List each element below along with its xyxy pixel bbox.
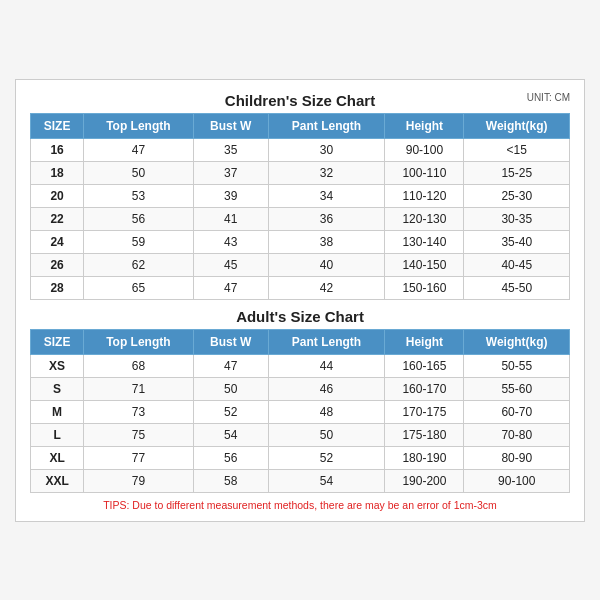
table-cell: 68 [84, 354, 193, 377]
table-cell: 60-70 [464, 400, 570, 423]
table-cell: 54 [268, 469, 385, 492]
table-row: 22564136120-13030-35 [31, 207, 570, 230]
children-title-text: Children's Size Chart [225, 92, 375, 109]
table-row: XL775652180-19080-90 [31, 446, 570, 469]
table-row: M735248170-17560-70 [31, 400, 570, 423]
table-cell: 47 [193, 354, 268, 377]
table-row: 18503732100-11015-25 [31, 161, 570, 184]
adults-col-top-length: Top Length [84, 329, 193, 354]
children-col-pant-length: Pant Length [268, 113, 385, 138]
section-gap [30, 300, 570, 308]
table-cell: 20 [31, 184, 84, 207]
adults-title: Adult's Size Chart [30, 308, 570, 325]
table-row: S715046160-17055-60 [31, 377, 570, 400]
table-cell: 120-130 [385, 207, 464, 230]
table-row: 1647353090-100<15 [31, 138, 570, 161]
table-cell: 50 [193, 377, 268, 400]
table-row: 20533934110-12025-30 [31, 184, 570, 207]
table-cell: 40 [268, 253, 385, 276]
table-cell: 59 [84, 230, 193, 253]
table-row: XS684744160-16550-55 [31, 354, 570, 377]
adults-col-bust-w: Bust W [193, 329, 268, 354]
table-cell: 36 [268, 207, 385, 230]
table-cell: 175-180 [385, 423, 464, 446]
table-cell: 22 [31, 207, 84, 230]
table-row: 28654742150-16045-50 [31, 276, 570, 299]
table-cell: 140-150 [385, 253, 464, 276]
table-cell: 56 [193, 446, 268, 469]
table-cell: 53 [84, 184, 193, 207]
table-cell: 170-175 [385, 400, 464, 423]
table-cell: 62 [84, 253, 193, 276]
adults-title-text: Adult's Size Chart [236, 308, 364, 325]
children-col-height: Height [385, 113, 464, 138]
table-cell: 54 [193, 423, 268, 446]
children-col-bust-w: Bust W [193, 113, 268, 138]
table-cell: 24 [31, 230, 84, 253]
chart-container: Children's Size Chart UNIT: CM SIZE Top … [15, 79, 585, 522]
table-cell: 160-165 [385, 354, 464, 377]
table-row: L755450175-18070-80 [31, 423, 570, 446]
table-cell: 38 [268, 230, 385, 253]
table-cell: 73 [84, 400, 193, 423]
table-cell: 35 [193, 138, 268, 161]
table-cell: 47 [84, 138, 193, 161]
table-row: XXL795854190-20090-100 [31, 469, 570, 492]
table-cell: 65 [84, 276, 193, 299]
table-row: 26624540140-15040-45 [31, 253, 570, 276]
table-cell: 45 [193, 253, 268, 276]
table-cell: 15-25 [464, 161, 570, 184]
table-cell: XXL [31, 469, 84, 492]
adults-col-pant-length: Pant Length [268, 329, 385, 354]
table-cell: 90-100 [464, 469, 570, 492]
table-cell: 50-55 [464, 354, 570, 377]
adults-header-row: SIZE Top Length Bust W Pant Length Heigh… [31, 329, 570, 354]
table-cell: 26 [31, 253, 84, 276]
table-cell: 110-120 [385, 184, 464, 207]
unit-label: UNIT: CM [527, 92, 570, 103]
table-cell: 190-200 [385, 469, 464, 492]
table-cell: 40-45 [464, 253, 570, 276]
children-title: Children's Size Chart UNIT: CM [30, 92, 570, 109]
table-cell: 55-60 [464, 377, 570, 400]
table-cell: 44 [268, 354, 385, 377]
table-cell: XS [31, 354, 84, 377]
adults-table: SIZE Top Length Bust W Pant Length Heigh… [30, 329, 570, 493]
tips-text: TIPS: Due to different measurement metho… [30, 499, 570, 511]
table-cell: 30-35 [464, 207, 570, 230]
table-cell: 46 [268, 377, 385, 400]
table-cell: 180-190 [385, 446, 464, 469]
table-cell: 71 [84, 377, 193, 400]
table-cell: 52 [193, 400, 268, 423]
table-cell: 45-50 [464, 276, 570, 299]
table-row: 24594338130-14035-40 [31, 230, 570, 253]
table-cell: 32 [268, 161, 385, 184]
table-cell: 77 [84, 446, 193, 469]
table-cell: 79 [84, 469, 193, 492]
table-cell: 42 [268, 276, 385, 299]
children-col-size: SIZE [31, 113, 84, 138]
table-cell: S [31, 377, 84, 400]
table-cell: 90-100 [385, 138, 464, 161]
table-cell: 16 [31, 138, 84, 161]
table-cell: 75 [84, 423, 193, 446]
table-cell: 18 [31, 161, 84, 184]
children-col-top-length: Top Length [84, 113, 193, 138]
table-cell: 34 [268, 184, 385, 207]
table-cell: 28 [31, 276, 84, 299]
table-cell: 30 [268, 138, 385, 161]
table-cell: 37 [193, 161, 268, 184]
table-cell: 150-160 [385, 276, 464, 299]
adults-col-weight: Weight(kg) [464, 329, 570, 354]
children-header-row: SIZE Top Length Bust W Pant Length Heigh… [31, 113, 570, 138]
table-cell: 70-80 [464, 423, 570, 446]
adults-col-size: SIZE [31, 329, 84, 354]
table-cell: 52 [268, 446, 385, 469]
table-cell: <15 [464, 138, 570, 161]
table-cell: XL [31, 446, 84, 469]
table-cell: 160-170 [385, 377, 464, 400]
children-col-weight: Weight(kg) [464, 113, 570, 138]
adults-col-height: Height [385, 329, 464, 354]
children-table: SIZE Top Length Bust W Pant Length Heigh… [30, 113, 570, 300]
table-cell: 47 [193, 276, 268, 299]
